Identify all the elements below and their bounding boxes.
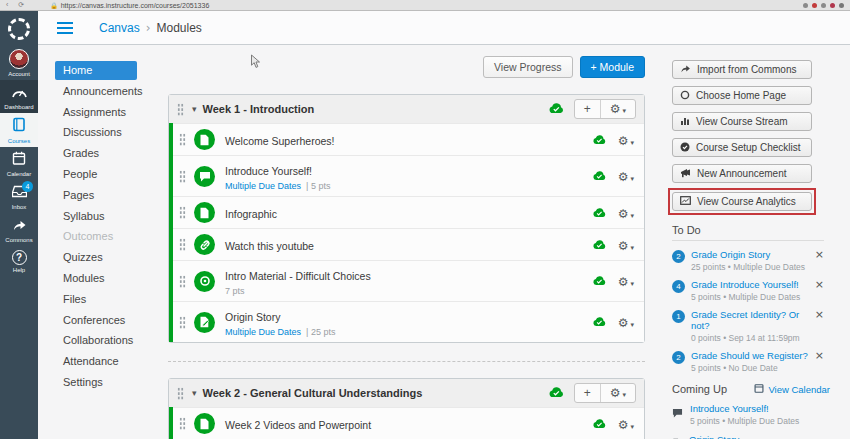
course-nav-pages[interactable]: Pages	[55, 186, 173, 205]
global-nav-inbox[interactable]: 4 Inbox	[0, 180, 38, 213]
hamburger-menu-icon[interactable]	[57, 22, 73, 24]
drag-handle[interactable]	[179, 275, 186, 288]
global-nav-dashboard[interactable]: Dashboard	[0, 80, 38, 113]
todo-link[interactable]: Grade Introduce Yourself!	[691, 279, 815, 290]
course-nav-people[interactable]: People	[55, 165, 173, 184]
drag-handle[interactable]	[177, 387, 184, 400]
browser-nav-icons[interactable]: ‹ ⟳	[6, 1, 28, 9]
item-settings-button[interactable]: ⚙▾	[618, 313, 634, 331]
course-nav-grades[interactable]: Grades	[55, 144, 173, 163]
view-progress-button[interactable]: View Progress	[483, 56, 573, 78]
item-settings-button[interactable]: ⚙▾	[618, 415, 634, 433]
new-announcement-button[interactable]: New Announcement	[672, 164, 812, 183]
add-module-button[interactable]: + Module	[580, 56, 646, 78]
discussion-icon	[194, 166, 215, 187]
course-nav-collaborations[interactable]: Collaborations	[55, 331, 173, 350]
multiple-due-dates-link[interactable]: Multiple Due Dates	[225, 181, 301, 191]
course-nav-outcomes[interactable]: Outcomes	[55, 227, 173, 246]
browser-extension-icons[interactable]	[803, 3, 844, 8]
extension-icon[interactable]	[821, 3, 826, 8]
published-cloud-icon[interactable]	[592, 236, 607, 254]
dismiss-icon[interactable]: ×	[815, 249, 824, 260]
published-cloud-icon[interactable]	[592, 204, 607, 222]
drag-handle[interactable]	[179, 206, 186, 219]
course-nav-syllabus[interactable]: Syllabus	[55, 207, 173, 226]
item-settings-button[interactable]: ⚙▾	[618, 204, 634, 222]
course-nav-attendance[interactable]: Attendance	[55, 352, 173, 371]
dismiss-icon[interactable]: ×	[815, 309, 824, 320]
coming-up-link[interactable]: Introduce Yourself!	[690, 403, 828, 414]
add-item-button[interactable]: +	[575, 384, 600, 402]
commons-share-icon	[12, 217, 27, 235]
view-course-analytics-button[interactable]: View Course Analytics	[672, 192, 812, 211]
published-cloud-icon[interactable]	[592, 272, 607, 290]
item-title-link[interactable]: Introduce Yourself!	[225, 165, 312, 177]
course-nav-discussions[interactable]: Discussions	[55, 123, 173, 142]
item-settings-button[interactable]: ⚙▾	[618, 236, 634, 254]
extension-icon[interactable]	[839, 3, 844, 8]
course-nav-files[interactable]: Files	[55, 290, 173, 309]
canvas-modules-page: ‹ ⟳ 🔒 https://canvas.instructure.com/cou…	[0, 0, 850, 439]
published-cloud-icon[interactable]	[592, 415, 607, 433]
course-nav-settings[interactable]: Settings	[55, 373, 173, 392]
published-cloud-icon[interactable]	[592, 131, 607, 149]
course-nav-announcements[interactable]: Announcements	[55, 82, 173, 101]
item-settings-button[interactable]: ⚙▾	[618, 167, 634, 185]
coming-up-link[interactable]: Origin Story	[689, 434, 828, 439]
item-title-link[interactable]: Week 2 Videos and Powerpoint	[225, 419, 371, 431]
collapse-caret-icon[interactable]: ▾	[192, 104, 197, 114]
drag-handle[interactable]	[177, 103, 184, 116]
global-nav-calendar[interactable]: Calendar	[0, 147, 38, 180]
published-cloud-icon[interactable]	[592, 313, 607, 331]
canvas-logo-icon[interactable]	[8, 18, 30, 40]
item-title-link[interactable]: Intro Material - Difficult Choices	[225, 270, 371, 282]
course-nav-modules[interactable]: Modules	[55, 269, 173, 288]
drag-handle[interactable]	[179, 316, 186, 329]
url-bar[interactable]: https://canvas.instructure.com/courses/2…	[61, 2, 210, 9]
global-nav-courses[interactable]: Courses	[0, 113, 38, 147]
course-nav-home[interactable]: Home	[55, 61, 137, 80]
item-title-link[interactable]: Welcome Superheroes!	[225, 135, 335, 147]
extension-icon[interactable]	[812, 3, 817, 8]
course-nav-conferences[interactable]: Conferences	[55, 311, 173, 330]
choose-home-page-button[interactable]: Choose Home Page	[672, 86, 812, 105]
module-settings-button[interactable]: ⚙▾	[600, 384, 635, 402]
drag-handle[interactable]	[179, 238, 186, 251]
item-settings-button[interactable]: ⚙▾	[618, 131, 634, 149]
import-from-commons-button[interactable]: Import from Commons	[672, 60, 812, 79]
published-cloud-icon[interactable]	[592, 167, 607, 185]
dismiss-icon[interactable]: ×	[815, 279, 824, 290]
megaphone-icon	[680, 168, 691, 180]
add-item-button[interactable]: +	[575, 100, 600, 118]
module-settings-button[interactable]: ⚙▾	[600, 100, 635, 118]
course-nav-quizzes[interactable]: Quizzes	[55, 248, 173, 267]
todo-link[interactable]: Grade Origin Story	[691, 249, 815, 260]
dismiss-icon[interactable]: ×	[815, 350, 824, 361]
todo-link[interactable]: Grade Should we Register?	[691, 350, 815, 361]
course-nav-assignments[interactable]: Assignments	[55, 103, 173, 122]
view-course-stream-button[interactable]: View Course Stream	[672, 112, 812, 131]
todo-link[interactable]: Grade Secret Identity? Or not?	[691, 309, 815, 331]
view-calendar-link[interactable]: View Calendar	[754, 383, 830, 395]
module-title: Week 1 - Introduction	[203, 103, 315, 115]
extension-icon[interactable]	[803, 3, 808, 8]
global-nav-commons[interactable]: Commons	[0, 213, 38, 246]
multiple-due-dates-link[interactable]: Multiple Due Dates	[225, 327, 301, 337]
breadcrumb-course-link[interactable]: Canvas	[99, 21, 140, 35]
global-nav-account[interactable]: Account	[0, 45, 38, 80]
global-nav-help[interactable]: ? Help	[0, 246, 38, 276]
extension-icon[interactable]	[830, 3, 835, 8]
published-cloud-icon[interactable]	[548, 100, 565, 118]
item-title-link[interactable]: Watch this youtube	[225, 240, 314, 252]
drag-handle[interactable]	[179, 133, 186, 146]
course-setup-checklist-button[interactable]: Course Setup Checklist	[672, 138, 812, 157]
item-title-link[interactable]: Origin Story	[225, 311, 280, 323]
collapse-caret-icon[interactable]: ▾	[192, 388, 197, 398]
drag-handle[interactable]	[179, 170, 186, 183]
item-settings-button[interactable]: ⚙▾	[618, 272, 634, 290]
published-cloud-icon[interactable]	[548, 384, 565, 402]
breadcrumb-separator: ›	[146, 21, 151, 35]
module-item-row: Infographic ⚙▾	[173, 196, 644, 228]
drag-handle[interactable]	[179, 417, 186, 430]
item-title-link[interactable]: Infographic	[225, 208, 277, 220]
